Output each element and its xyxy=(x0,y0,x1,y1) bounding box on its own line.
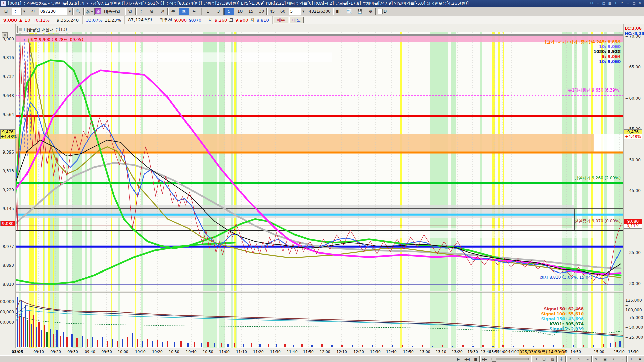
volume-bar xyxy=(615,342,616,347)
interval-10[interactable]: 10 xyxy=(235,8,245,15)
crosshair-icon[interactable]: ┼ xyxy=(557,356,566,362)
volume-bar xyxy=(533,346,534,347)
background-stripe xyxy=(562,292,572,348)
background-stripe xyxy=(498,32,500,291)
period-일[interactable]: 일 xyxy=(125,8,136,15)
chart-region: HJ중공업 매물대 수(13) xyxy=(0,24,644,355)
tick-unit-select[interactable]: 5 ▼ xyxy=(289,8,306,15)
pattern-area-icon[interactable]: ▨ xyxy=(549,356,557,362)
interval-5[interactable]: 5 xyxy=(224,8,234,15)
snapshot-icon[interactable]: ▣ xyxy=(601,356,609,362)
forward-icon[interactable]: ▶▶ xyxy=(480,356,488,362)
panel-settings-icon[interactable]: ▤ xyxy=(2,32,8,38)
volume-bar xyxy=(276,344,277,347)
volume-bar xyxy=(33,315,34,347)
copy-window-icon[interactable]: ❐ xyxy=(531,356,539,362)
volume-bar xyxy=(352,345,353,347)
interval-45[interactable]: 45 xyxy=(267,8,277,15)
volume-bar xyxy=(71,334,73,347)
buy-button[interactable]: 매수 xyxy=(274,17,288,23)
zoom-slider[interactable] xyxy=(491,358,529,360)
interval-buttons: 1351015304560 xyxy=(203,8,288,15)
volume-bar xyxy=(284,344,286,347)
magnifier-icon[interactable]: ⌕ xyxy=(610,356,618,362)
interval-60[interactable]: 60 xyxy=(278,8,288,15)
volume-bar xyxy=(112,339,113,347)
background-stripe xyxy=(234,292,236,348)
price-band xyxy=(594,134,623,152)
trendline-icon[interactable]: ↗ xyxy=(566,356,574,362)
d-checkbox[interactable] xyxy=(378,9,383,14)
chart-canvas[interactable] xyxy=(0,24,644,355)
background-stripe xyxy=(582,32,588,291)
window-button-2[interactable]: □ xyxy=(601,1,606,6)
chevron-down-icon: ▼ xyxy=(301,8,306,15)
eraser-icon[interactable]: ✎ xyxy=(592,356,600,362)
save-icon[interactable]: 💾 xyxy=(355,8,365,15)
volume-bar xyxy=(442,345,443,347)
volume-bar xyxy=(492,346,494,347)
period-분[interactable]: 분 xyxy=(168,8,178,15)
volume-bar xyxy=(132,333,133,347)
window-button-1[interactable]: ─ xyxy=(595,1,600,6)
window-button-7[interactable]: □ xyxy=(631,1,637,6)
background-stripe xyxy=(614,292,621,348)
background-stripe xyxy=(231,292,233,348)
search-icon[interactable]: 🔍 xyxy=(73,8,84,15)
line-chart-icon[interactable]: 📉 xyxy=(344,8,354,15)
volume-bar xyxy=(17,297,18,347)
zoom-in-icon[interactable]: ＋ xyxy=(627,356,635,362)
interval-3[interactable]: 3 xyxy=(214,8,224,15)
stop-icon[interactable]: ■ xyxy=(472,356,480,362)
window-button-3[interactable]: ▦ xyxy=(607,1,612,6)
speaker-icon[interactable]: 🔊▾ xyxy=(84,8,95,15)
chart-series-label[interactable]: HJ중공업 매물대 수(13) xyxy=(17,26,70,33)
period-년[interactable]: 년 xyxy=(158,8,168,15)
volume: 9,355,240 xyxy=(57,18,79,23)
chart-type-select[interactable]: 주 ▼ xyxy=(12,8,27,15)
cascade-icon[interactable]: ❏ xyxy=(540,356,548,362)
background-stripe xyxy=(601,292,603,348)
d-checkbox-label: D xyxy=(384,9,387,14)
chevron-down-icon: ▼ xyxy=(67,8,72,15)
rewind-icon[interactable]: ◀◀ xyxy=(463,356,471,362)
window-button-0[interactable]: ❐ xyxy=(589,1,594,6)
volume-bar xyxy=(97,340,98,347)
window-button-8[interactable]: ✕ xyxy=(637,1,643,6)
volume-bar xyxy=(251,343,252,347)
window-button-5[interactable]: ? xyxy=(619,1,625,6)
text-tool-icon[interactable]: A xyxy=(636,356,644,362)
slider-knob[interactable] xyxy=(492,357,496,362)
interval-1[interactable]: 1 xyxy=(203,8,213,15)
window-button-4[interactable]: T xyxy=(613,1,619,6)
prev-stock-button[interactable]: 전 xyxy=(28,8,38,15)
volume-bar xyxy=(56,330,58,347)
period-주[interactable]: 주 xyxy=(136,8,146,15)
volume-bar xyxy=(31,324,32,347)
window-button-6[interactable]: ─ xyxy=(625,1,631,6)
volume-bar xyxy=(23,317,24,347)
up-arrow-icon: ▲ xyxy=(19,18,22,23)
play-icon[interactable]: ▶ xyxy=(454,356,462,362)
interval-15[interactable]: 15 xyxy=(246,8,256,15)
volume-bar xyxy=(60,336,61,347)
right-axis xyxy=(623,24,644,348)
background-stripe xyxy=(562,32,572,291)
period-초[interactable]: 초 xyxy=(179,8,189,15)
wave-icon[interactable]: ∿ xyxy=(575,356,583,362)
chart-window-icon[interactable]: ⊡ xyxy=(1,8,11,15)
period-월[interactable]: 월 xyxy=(147,8,157,15)
volume-bar xyxy=(36,327,37,347)
gear-icon[interactable]: ⚙ xyxy=(366,8,376,15)
candle-icon[interactable]: ▮▯ xyxy=(333,8,343,15)
volume-bar xyxy=(573,345,574,347)
volume-bar xyxy=(107,341,108,347)
sell-button[interactable]: 매도 xyxy=(289,17,304,23)
window-title: [0601] 주식종합차트 - 유통비율[32.9] 거래대금[87,124(백… xyxy=(8,1,469,6)
multi-wave-icon[interactable]: ≈ xyxy=(584,356,592,362)
period-틱[interactable]: 틱 xyxy=(190,8,200,15)
zoom-out-icon[interactable]: − xyxy=(619,356,627,362)
volume-bar xyxy=(87,339,88,347)
stock-code-input[interactable]: 097230 ▼ xyxy=(39,8,73,15)
interval-30[interactable]: 30 xyxy=(257,8,267,15)
